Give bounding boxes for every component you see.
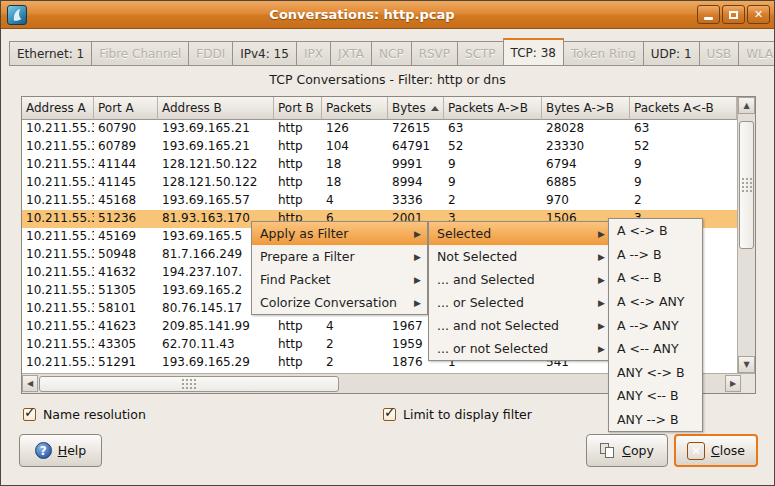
menu-item-apply-as-filter[interactable]: Apply as Filter▶ <box>252 222 427 245</box>
conversations-window: Conversations: http.pcap ✕ Ethernet: 1Fi… <box>0 0 775 486</box>
cell: http <box>274 336 322 354</box>
cell: 23330 <box>542 138 630 156</box>
cell: 9991 <box>388 156 444 174</box>
minimize-button[interactable] <box>697 5 720 24</box>
column-header-port-b[interactable]: Port B <box>274 97 322 120</box>
menu-item-label: A <-- B <box>617 270 696 285</box>
limit-display-filter-checkbox[interactable]: ✓ Limit to display filter <box>383 407 532 422</box>
menu-item-label: ... or not Selected <box>437 341 598 356</box>
menu-item-or-not-selected[interactable]: ... or not Selected▶ <box>429 337 611 360</box>
menu-item-a-b[interactable]: A <-> B <box>609 219 702 243</box>
submenu-arrow-icon: ▶ <box>598 275 605 285</box>
column-header-label: Address B <box>162 101 222 115</box>
tab-udp-1[interactable]: UDP: 1 <box>643 41 700 66</box>
menu-item-prepare-a-filter[interactable]: Prepare a Filter▶ <box>252 245 427 268</box>
cell: 43305 <box>94 336 158 354</box>
tab-bar: Ethernet: 1Fibre ChannelFDDIIPv4: 15IPXJ… <box>9 39 766 66</box>
menu-item-a-b[interactable]: A --> B <box>609 243 702 267</box>
menu-item-or-selected[interactable]: ... or Selected▶ <box>429 291 611 314</box>
table-row[interactable]: 10.211.55.345168193.69.165.57http4333629… <box>22 192 737 210</box>
column-header-packets-a-b[interactable]: Packets A<-B <box>630 97 737 120</box>
cell: http <box>274 174 322 192</box>
cell: 10.211.55.3 <box>22 336 94 354</box>
menu-item-any-b[interactable]: ANY --> B <box>609 408 702 432</box>
menu-item-label: Selected <box>437 226 598 241</box>
scroll-down-button[interactable]: ▼ <box>738 356 755 373</box>
table-row[interactable]: 10.211.55.360790193.69.165.21http1267261… <box>22 120 737 138</box>
column-header-packets-a-b[interactable]: Packets A->B <box>444 97 542 120</box>
submenu-arrow-icon: ▶ <box>598 252 605 262</box>
tab-fddi: FDDI <box>188 41 233 66</box>
cell: 4 <box>322 318 388 336</box>
column-header-label: Address A <box>26 101 86 115</box>
cell: 28028 <box>542 120 630 138</box>
table-row[interactable]: 10.211.55.341145128.121.50.122http188994… <box>22 174 737 192</box>
cell: 9 <box>444 156 542 174</box>
column-header-label: Bytes A->B <box>546 101 614 115</box>
cell: 41623 <box>94 318 158 336</box>
scroll-left-button[interactable]: ◀ <box>22 375 38 392</box>
maximize-button[interactable] <box>722 5 745 24</box>
menu-item-label: Colorize Conversation <box>260 295 414 310</box>
menu-item-find-packet[interactable]: Find Packet▶ <box>252 268 427 291</box>
cell: 126 <box>322 120 388 138</box>
wireshark-icon <box>7 5 27 25</box>
menu-item-and-not-selected[interactable]: ... and not Selected▶ <box>429 314 611 337</box>
scroll-right-button[interactable]: ▶ <box>725 375 741 392</box>
close-window-button[interactable]: ✕ <box>747 5 770 24</box>
cell: 18 <box>322 156 388 174</box>
tab-tcp-38[interactable]: TCP: 38 <box>503 38 564 66</box>
cell: 10.211.55.3 <box>22 300 94 318</box>
checkmark-icon: ✓ <box>384 404 396 420</box>
cell: 72615 <box>388 120 444 138</box>
cell: 4 <box>322 192 388 210</box>
column-header-address-a[interactable]: Address A <box>22 97 94 120</box>
menu-item-selected[interactable]: Selected▶ <box>429 222 611 245</box>
vertical-scrollbar[interactable]: ▲ ▼ <box>737 97 755 373</box>
column-header-bytes-a-b[interactable]: Bytes A->B <box>542 97 630 120</box>
cell: 10.211.55.3 <box>22 264 94 282</box>
menu-item-a-b[interactable]: A <-- B <box>609 266 702 290</box>
horizontal-scroll-thumb[interactable] <box>39 376 339 392</box>
menu-item-label: A <-> B <box>617 223 696 238</box>
menu-item-a-any[interactable]: A <-> ANY <box>609 290 702 314</box>
cell: 2 <box>444 192 542 210</box>
direction-submenu: A <-> BA --> BA <-- BA <-> ANYA --> ANYA… <box>608 218 703 432</box>
cell: 10.211.55.3 <box>22 228 94 246</box>
scroll-up-button[interactable]: ▲ <box>738 97 755 114</box>
table-row[interactable]: 10.211.55.341144128.121.50.122http189991… <box>22 156 737 174</box>
menu-item-label: Apply as Filter <box>260 226 414 241</box>
cell: 52 <box>630 138 737 156</box>
submenu-arrow-icon: ▶ <box>598 321 605 331</box>
close-button[interactable]: ✕ Close <box>674 434 758 467</box>
name-resolution-checkbox[interactable]: ✓ Name resolution <box>23 407 146 422</box>
tab-ipv4-15[interactable]: IPv4: 15 <box>232 41 297 66</box>
column-header-label: Packets A->B <box>448 101 528 115</box>
menu-item-and-selected[interactable]: ... and Selected▶ <box>429 268 611 291</box>
cell: 9 <box>444 174 542 192</box>
menu-item-not-selected[interactable]: Not Selected▶ <box>429 245 611 268</box>
menu-item-colorize-conversation[interactable]: Colorize Conversation▶ <box>252 291 427 314</box>
column-header-bytes[interactable]: Bytes <box>388 97 444 120</box>
submenu-arrow-icon: ▶ <box>598 298 605 308</box>
cell: 51305 <box>94 282 158 300</box>
menu-item-a-any[interactable]: A --> ANY <box>609 313 702 337</box>
cell: 10.211.55.3 <box>22 120 94 138</box>
cell: 10.211.55.3 <box>22 282 94 300</box>
column-header-address-b[interactable]: Address B <box>158 97 274 120</box>
cell: 6794 <box>542 156 630 174</box>
vertical-scroll-thumb[interactable] <box>739 121 754 249</box>
column-header-packets[interactable]: Packets <box>322 97 388 120</box>
copy-button[interactable]: Copy <box>586 434 668 467</box>
cell: 209.85.141.99 <box>158 318 274 336</box>
tab-ethernet-1[interactable]: Ethernet: 1 <box>9 41 92 66</box>
help-button[interactable]: ? Help <box>19 434 102 467</box>
checkbox-icon: ✓ <box>383 408 396 421</box>
menu-item-any-b[interactable]: ANY <-- B <box>609 384 702 408</box>
column-header-port-a[interactable]: Port A <box>94 97 158 120</box>
menu-item-any-b[interactable]: ANY <-> B <box>609 361 702 385</box>
table-row[interactable]: 10.211.55.360789193.69.165.21http1046479… <box>22 138 737 156</box>
cell: 45169 <box>94 228 158 246</box>
menu-item-a-any[interactable]: A <-- ANY <box>609 337 702 361</box>
titlebar[interactable]: Conversations: http.pcap ✕ <box>1 1 774 29</box>
